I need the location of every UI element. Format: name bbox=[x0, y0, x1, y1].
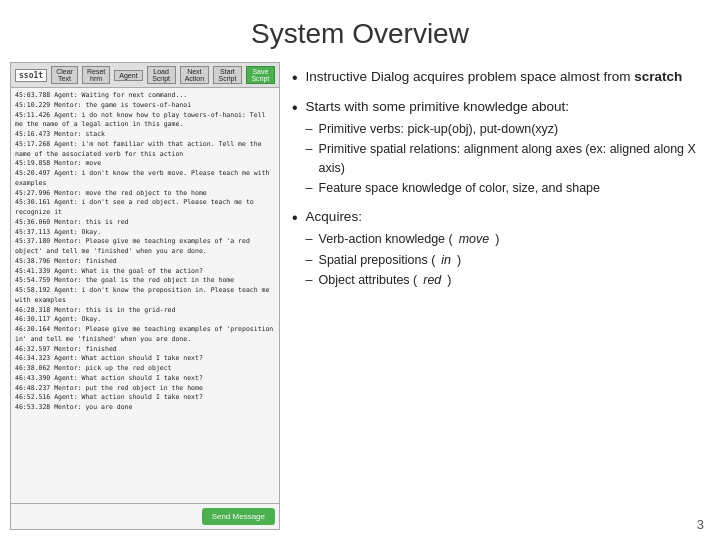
content-area: sso1t Clear Text Reset hrm Agent Load Sc… bbox=[0, 62, 720, 540]
bullet-3-dot: • bbox=[292, 208, 298, 229]
bullet-2-section: • Starts with some primitive knowledge a… bbox=[292, 97, 710, 199]
page-number: 3 bbox=[697, 517, 704, 532]
log-line: 46:43.390 Agent: What action should I ta… bbox=[15, 374, 275, 384]
bullet-3-text: Acquires: Verb-action knowledge (move) S… bbox=[306, 207, 500, 291]
log-line: 45:11.426 Agent: i do not know how to pl… bbox=[15, 111, 275, 131]
log-line: 45:37.180 Mentor: Please give me teachin… bbox=[15, 237, 275, 257]
sub-item-spatial: Primitive spatial relations: alignment a… bbox=[306, 140, 710, 176]
log-line: 46:52.516 Agent: What action should I ta… bbox=[15, 393, 275, 403]
page: System Overview sso1t Clear Text Reset h… bbox=[0, 0, 720, 540]
log-line: 45:19.858 Mentor: move bbox=[15, 159, 275, 169]
screenshot-panel: sso1t Clear Text Reset hrm Agent Load Sc… bbox=[10, 62, 280, 530]
reset-hrm-button[interactable]: Reset hrm bbox=[82, 66, 110, 84]
log-line: 45:36.060 Mentor: this is red bbox=[15, 218, 275, 228]
next-action-button[interactable]: Next Action bbox=[180, 66, 209, 84]
log-line: 45:30.161 Agent: i don't see a red objec… bbox=[15, 198, 275, 218]
sub-item-verb-action: Verb-action knowledge (move) bbox=[306, 230, 500, 248]
clear-text-button[interactable]: Clear Text bbox=[51, 66, 78, 84]
log-line: 45:16.473 Mentor: stack bbox=[15, 130, 275, 140]
italic-red: red bbox=[423, 271, 441, 289]
send-message-button[interactable]: Send Message bbox=[202, 508, 275, 525]
log-line: 45:27.996 Mentor: move the red object to… bbox=[15, 189, 275, 199]
info-panel: • Instructive Dialog acquires problem sp… bbox=[292, 62, 710, 530]
toolbar-logo: sso1t bbox=[15, 69, 47, 82]
sub-item-prepositions: Spatial prepositions (in) bbox=[306, 251, 500, 269]
log-line: 46:38.062 Mentor: pick up the red object bbox=[15, 364, 275, 374]
log-area: 45:03.788 Agent: Waiting for next comman… bbox=[11, 88, 279, 503]
log-line: 45:17.268 Agent: i'm not familiar with t… bbox=[15, 140, 275, 160]
log-line: 45:37.113 Agent: Okay. bbox=[15, 228, 275, 238]
input-area: Send Message bbox=[11, 503, 279, 529]
log-line: 45:58.192 Agent: i don't know the prepos… bbox=[15, 286, 275, 306]
load-script-button[interactable]: Load Script bbox=[147, 66, 176, 84]
log-line: 45:38.796 Mentor: finished bbox=[15, 257, 275, 267]
log-line: 46:30.164 Mentor: Please give me teachin… bbox=[15, 325, 275, 345]
log-line: 45:03.788 Agent: Waiting for next comman… bbox=[15, 91, 275, 101]
bullet-1-dot: • bbox=[292, 68, 298, 89]
log-line: 46:28.318 Mentor: this is in the grid-re… bbox=[15, 306, 275, 316]
toolbar: sso1t Clear Text Reset hrm Agent Load Sc… bbox=[11, 63, 279, 88]
log-line: 46:53.328 Mentor: you are done bbox=[15, 403, 275, 413]
bullet-2-text: Starts with some primitive knowledge abo… bbox=[306, 97, 710, 199]
bullet-3-sublist: Verb-action knowledge (move) Spatial pre… bbox=[306, 230, 500, 288]
log-line: 46:30.117 Agent: Okay. bbox=[15, 315, 275, 325]
sub-item-verbs: Primitive verbs: pick-up(obj), put‑down(… bbox=[306, 120, 710, 138]
sub-item-attributes: Object attributes (red) bbox=[306, 271, 500, 289]
log-line: 45:54.759 Mentor: the goal is the red ob… bbox=[15, 276, 275, 286]
save-script-button[interactable]: Save Script bbox=[246, 66, 275, 84]
start-script-button[interactable]: Start Script bbox=[213, 66, 242, 84]
italic-in: in bbox=[441, 251, 451, 269]
bullet-1-text: Instructive Dialog acquires problem spac… bbox=[306, 67, 683, 87]
sub-item-feature: Feature space knowledge of color, size, … bbox=[306, 179, 710, 197]
log-line: 46:32.597 Mentor: finished bbox=[15, 345, 275, 355]
log-line: 45:10.229 Mentor: the game is towers-of-… bbox=[15, 101, 275, 111]
log-line: 45:20.497 Agent: i don't know the verb m… bbox=[15, 169, 275, 189]
agent-button[interactable]: Agent bbox=[114, 70, 142, 81]
log-line: 46:34.323 Agent: What action should I ta… bbox=[15, 354, 275, 364]
bullet-1-section: • Instructive Dialog acquires problem sp… bbox=[292, 67, 710, 89]
bullet-2-sublist: Primitive verbs: pick-up(obj), put‑down(… bbox=[306, 120, 710, 197]
italic-move: move bbox=[459, 230, 490, 248]
bullet-2-dot: • bbox=[292, 98, 298, 119]
page-title: System Overview bbox=[0, 0, 720, 62]
bullet-3-section: • Acquires: Verb-action knowledge (move)… bbox=[292, 207, 710, 291]
log-line: 46:48.237 Mentor: put the red object in … bbox=[15, 384, 275, 394]
log-line: 45:41.339 Agent: What is the goal of the… bbox=[15, 267, 275, 277]
